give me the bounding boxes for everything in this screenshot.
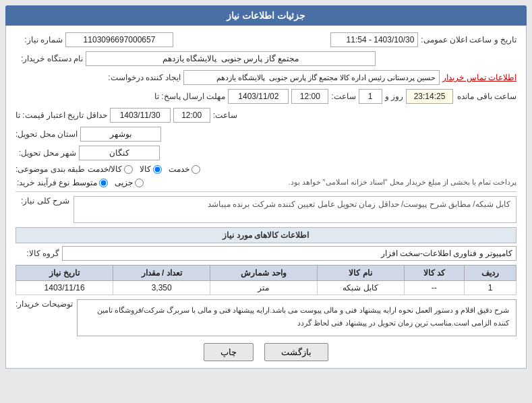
tabaqe-kala-khidmat-label[interactable]: کالا/خدمت xyxy=(88,164,133,174)
kharidaar-label: نام دستگاه خریدار: xyxy=(16,54,83,63)
shrh-value: کابل شبکه/ مطابق شرح پیوست/ حداقل زمان ت… xyxy=(73,196,516,223)
tabaqe-radio-group: خدمت کالا کالا/خدمت xyxy=(88,164,200,174)
nooe-jozee-label[interactable]: جزیی xyxy=(115,178,144,187)
ejaad-input xyxy=(183,70,440,85)
info-link[interactable]: اطلاعات تماس خریدار xyxy=(442,73,516,82)
back-button[interactable]: بازگشت xyxy=(264,343,328,361)
nooe-jozee-radio[interactable] xyxy=(135,179,144,187)
tabaqe-kala-label[interactable]: کالا xyxy=(140,164,162,174)
cell-radif: 1 xyxy=(465,281,516,295)
mohlet-baaghi-label: ساعت باقی مانده xyxy=(456,92,516,101)
cell-tarikh: 1403/11/16 xyxy=(16,281,113,295)
hadaqal-saat-input xyxy=(173,108,210,123)
info-section-title: اطلاعات کالاهای مورد نیاز xyxy=(16,227,516,243)
mohlet-date-input xyxy=(228,89,289,104)
grohe-label: گروه کالا: xyxy=(16,249,59,258)
tabaqe-khidmat-radio[interactable] xyxy=(191,165,200,174)
mohlet-baaghi-input xyxy=(406,89,453,104)
tabaqe-label: طبقه بندی موضوعی: xyxy=(16,164,85,174)
col-tedad: تعداد / مقدار xyxy=(113,266,210,281)
col-naam: نام کالا xyxy=(317,266,404,281)
hadaqal-label: حداقل تاریخ اعتبار قیمت: تا xyxy=(16,111,107,120)
nooe-motavaset-label[interactable]: متوسط xyxy=(72,178,108,187)
col-vahed: واحد شمارش xyxy=(210,266,318,281)
goods-table: ردیف کد کالا نام کالا واحد شمارش تعداد /… xyxy=(16,265,516,295)
footer-buttons: بازگشت چاپ xyxy=(16,343,516,361)
mohlet-saat-label: ساعت: xyxy=(331,92,355,101)
col-tarikh: تاریخ نیاز xyxy=(16,266,113,281)
shomara-niaz-input xyxy=(65,32,173,47)
shahr-label: شهر محل تحویل: xyxy=(16,148,76,158)
mohlet-saat-input xyxy=(291,89,328,104)
col-radif: ردیف xyxy=(465,266,516,281)
cell-vahed: متر xyxy=(210,281,318,295)
table-row: 1--کابل شبکهمتر3,3501403/11/16 xyxy=(16,281,516,295)
nooe-motavaset-radio[interactable] xyxy=(99,179,108,187)
tabaqe-kala-radio[interactable] xyxy=(153,165,162,174)
nooe-label: نوع فرآیند خرید: xyxy=(16,178,69,187)
col-kod: کد کالا xyxy=(404,266,464,281)
shrh-label: شرح کلی نیاز: xyxy=(16,196,69,206)
ostan-label: استان محل تحویل: xyxy=(16,129,78,139)
grohe-input xyxy=(62,246,516,261)
ostan-input xyxy=(80,127,161,142)
tabaqe-kala-khidmat-radio[interactable] xyxy=(124,165,133,174)
mohlet-label: مهلت ارسال پاسخ: تا xyxy=(151,92,225,101)
tabaqe-khidmat-label[interactable]: خدمت xyxy=(169,164,200,174)
shahr-input xyxy=(79,146,160,160)
cell-naam: کابل شبکه xyxy=(317,281,404,295)
print-button[interactable]: چاپ xyxy=(204,343,254,361)
ejaad-label: ایجاد کننده درخواست: xyxy=(107,73,181,82)
buyer-notes-value: شرح دقیق اقلام و دستور العمل نحوه ارایه … xyxy=(77,299,516,336)
cell-tedad: 3,350 xyxy=(113,281,210,295)
tarikh-input[interactable] xyxy=(330,32,418,47)
cell-kod: -- xyxy=(404,281,464,295)
shomara-niaz-label: تاریخ و ساعت اعلان عمومی: xyxy=(421,35,516,44)
mohlet-rooz-label: روز و xyxy=(385,92,403,101)
hadaqal-saat-label: ساعت: xyxy=(213,111,237,120)
kharidaar-input xyxy=(86,51,376,66)
shomara-niaz-label: شماره نیاز: xyxy=(16,35,63,44)
buyer-notes-label: توضیحات خریدار: xyxy=(16,299,73,309)
nooe-note: پرداخت تمام یا بخشی از مبلغ خریدار محل "… xyxy=(288,178,516,187)
page-title: جزئیات اطلاعات نیاز xyxy=(5,5,527,26)
hadaqal-date-input xyxy=(110,108,171,123)
nooe-radio-group: جزیی متوسط xyxy=(72,178,144,187)
mohlet-rooz-input xyxy=(359,89,382,104)
